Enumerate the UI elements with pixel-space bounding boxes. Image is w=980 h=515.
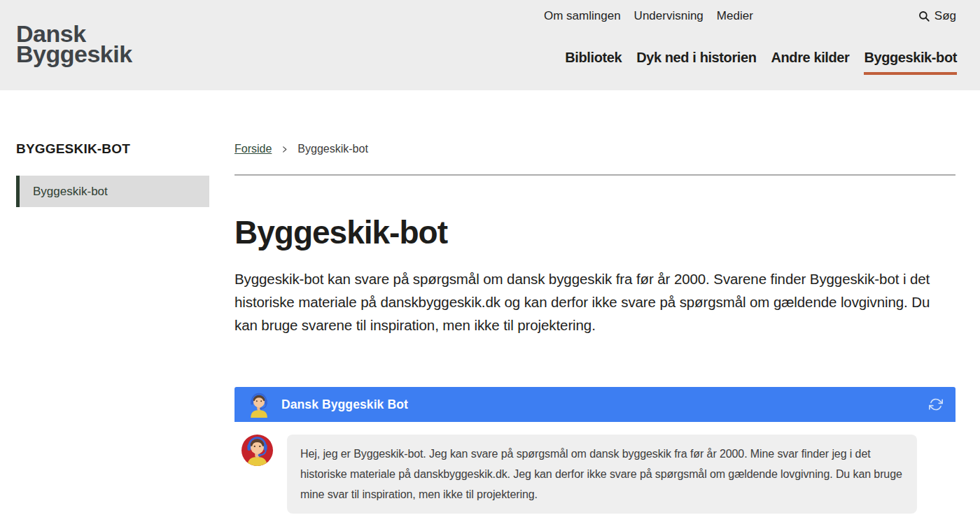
breadcrumb-link-forside[interactable]: Forside: [234, 143, 272, 155]
logo-line-2: Byggeskik: [16, 44, 132, 64]
breadcrumb-current: Byggeskik-bot: [298, 143, 368, 155]
search-label: Søg: [934, 9, 956, 23]
search-button[interactable]: Søg: [918, 9, 956, 23]
utility-nav-item-medier[interactable]: Medier: [717, 9, 753, 23]
chat-title: Dansk Byggeskik Bot: [281, 397, 408, 412]
main-nav-item-bibliotek[interactable]: Bibliotek: [565, 50, 622, 75]
chat-refresh-button[interactable]: [927, 395, 945, 414]
chat-header: Dansk Byggeskik Bot: [234, 387, 955, 422]
chat-body: Hej, jeg er Byggeskik-bot. Jeg kan svare…: [234, 435, 955, 514]
utility-nav: Om samlingen Undervisning Medier: [544, 9, 753, 23]
site-header: Dansk Byggeskik Om samlingen Undervisnin…: [0, 0, 980, 90]
main-nav-item-dyk-ned-i-historien[interactable]: Dyk ned i historien: [636, 50, 756, 75]
utility-nav-item-undervisning[interactable]: Undervisning: [634, 9, 704, 23]
bot-message-bubble: Hej, jeg er Byggeskik-bot. Jeg kan svare…: [287, 435, 917, 514]
chat-widget: Dansk Byggeskik Bot Hej, jeg er Byggeski…: [234, 387, 955, 514]
main-content: Forside Byggeskik-bot Byggeskik-bot Bygg…: [234, 142, 955, 514]
refresh-icon: [929, 397, 943, 411]
main-nav-item-andre-kilder[interactable]: Andre kilder: [771, 50, 849, 75]
content-divider: [234, 174, 955, 176]
page-title: Byggeskik-bot: [234, 216, 955, 248]
bot-message-avatar-icon: [241, 435, 273, 466]
sidebar-heading: BYGGESKIK-BOT: [16, 141, 209, 157]
main-nav-item-byggeskik-bot[interactable]: Byggeskik-bot: [864, 50, 957, 75]
site-logo[interactable]: Dansk Byggeskik: [16, 24, 132, 64]
breadcrumb: Forside Byggeskik-bot: [234, 142, 955, 156]
chevron-right-icon: [281, 146, 288, 153]
utility-nav-item-om-samlingen[interactable]: Om samlingen: [544, 9, 621, 23]
main-nav: Bibliotek Dyk ned i historien Andre kild…: [565, 50, 957, 75]
sidebar-item-byggeskik-bot[interactable]: Byggeskik-bot: [16, 176, 209, 207]
intro-paragraph: Byggeskik-bot kan svare på spørgsmål om …: [234, 267, 946, 337]
bot-avatar-icon: [246, 391, 272, 418]
sidebar: BYGGESKIK-BOT Byggeskik-bot: [16, 141, 209, 207]
sidebar-item-label: Byggeskik-bot: [33, 185, 108, 199]
search-icon: [918, 10, 930, 22]
